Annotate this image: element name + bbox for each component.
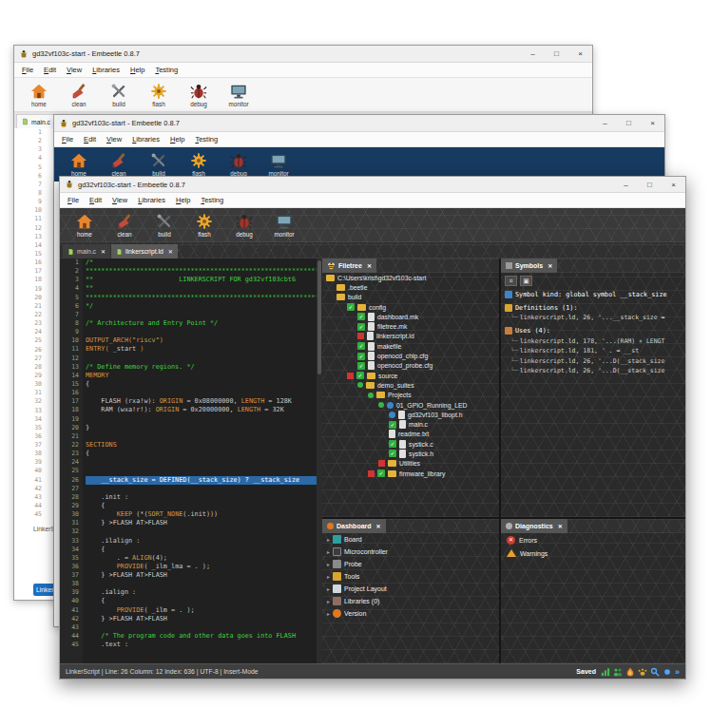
minimize-button[interactable]: – xyxy=(593,115,617,131)
menu-edit[interactable]: Edit xyxy=(84,135,96,144)
expand-chevrons-icon[interactable]: » xyxy=(675,667,680,677)
menu-help[interactable]: Help xyxy=(170,135,184,144)
tree-item[interactable]: readme.txt xyxy=(322,430,499,439)
tree-item[interactable]: ✓openocd_chip.cfg xyxy=(322,351,499,360)
paw-icon[interactable] xyxy=(638,667,647,677)
close-button[interactable]: × xyxy=(641,115,664,131)
menu-edit[interactable]: Edit xyxy=(89,196,102,204)
clean-button[interactable]: clean xyxy=(102,152,136,177)
build-button[interactable]: build xyxy=(147,213,182,238)
scrollbar-thumb[interactable] xyxy=(317,260,321,374)
users-icon[interactable] xyxy=(613,667,623,677)
dashboard-item-tools[interactable]: ▸Tools xyxy=(322,570,499,583)
info-icon[interactable] xyxy=(663,667,672,677)
close-panel-icon[interactable]: ✕ xyxy=(367,262,372,269)
tab-linkerscript.ld[interactable]: linkerscript.ld✕ xyxy=(111,244,178,259)
tree-item[interactable]: linkerscript.ld xyxy=(322,332,499,341)
home-button[interactable]: home xyxy=(62,152,96,177)
diagnostics-item-warning[interactable]: Warnings xyxy=(501,546,685,560)
tree-item[interactable]: ✓systick.c xyxy=(322,439,499,449)
menu-libraries[interactable]: Libraries xyxy=(92,66,120,74)
flash-button[interactable]: flash xyxy=(142,83,176,107)
home-button[interactable]: home xyxy=(22,83,56,107)
definition-item[interactable]: └─linkerscript.ld, 26, '...__stack_size … xyxy=(501,313,685,323)
titlebar-middle[interactable]: gd32vf103c-start - Embeetle 0.8.7 – □ × xyxy=(54,115,664,132)
dashboard-item-libraries[interactable]: ▸Libraries (0) xyxy=(322,595,499,607)
tree-item[interactable]: Projects xyxy=(322,391,499,400)
debug-button[interactable]: debug xyxy=(182,83,216,107)
tab-main.c[interactable]: main.c✕ xyxy=(63,244,110,259)
menu-view[interactable]: View xyxy=(112,196,127,204)
tree-item[interactable]: demo_suites xyxy=(322,380,499,390)
maximize-button[interactable]: □ xyxy=(545,46,568,62)
tree-item[interactable]: ✓firmware_library xyxy=(322,469,499,478)
titlebar-front[interactable]: gd32vf103c-start - Embeetle 0.8.7 – □ × xyxy=(60,177,685,193)
monitor-button[interactable]: monitor xyxy=(221,83,256,107)
flash-button[interactable]: flash xyxy=(187,213,221,238)
close-panel-icon[interactable]: ✕ xyxy=(558,523,563,529)
tab-diagnostics[interactable]: Diagnostics ✕ xyxy=(501,519,567,533)
home-button[interactable]: home xyxy=(67,213,102,238)
maximize-button[interactable]: □ xyxy=(617,115,641,131)
code-area[interactable]: /***************************************… xyxy=(83,259,317,663)
tree-item[interactable]: ✓main.c xyxy=(322,419,499,429)
tree-item[interactable]: Utilities xyxy=(322,459,499,469)
use-item[interactable]: └─linkerscript.ld, 26, '...D(__stack_siz… xyxy=(501,366,685,376)
flash-button[interactable]: flash xyxy=(182,152,216,177)
tree-item[interactable]: gd32vf103_libopt.h xyxy=(322,410,499,419)
tree-item[interactable]: ✓systick.h xyxy=(322,449,499,458)
monitor-button[interactable]: monitor xyxy=(261,152,296,177)
titlebar-back[interactable]: gd32vf103c-start - Embeetle 0.8.7 – □ × xyxy=(14,46,592,63)
tree-item[interactable]: ✓config xyxy=(322,302,499,312)
maximize-button[interactable]: □ xyxy=(638,177,662,192)
menu-testing[interactable]: Testing xyxy=(155,66,178,74)
tree-item[interactable]: ✓filetree.mk xyxy=(322,321,499,331)
tree-item[interactable]: C:\Users\krist\gd32vf103c-start xyxy=(322,273,499,282)
tab-symbols[interactable]: Symbols ✕ xyxy=(501,259,557,273)
debug-button[interactable]: debug xyxy=(227,213,261,238)
build-button[interactable]: build xyxy=(102,83,136,107)
debug-button[interactable]: debug xyxy=(221,152,256,177)
tree-item[interactable]: build xyxy=(322,293,499,302)
minimize-button[interactable]: – xyxy=(614,177,638,192)
clean-button[interactable]: clean xyxy=(107,213,142,238)
menu-file[interactable]: File xyxy=(67,196,79,204)
close-button[interactable]: × xyxy=(568,46,592,62)
menu-help[interactable]: Help xyxy=(130,66,144,74)
tab-dashboard[interactable]: Dashboard ✕ xyxy=(322,519,386,533)
tree-item[interactable]: ✓dashboard.mk xyxy=(322,312,499,321)
menu-view[interactable]: View xyxy=(106,135,122,144)
tree-item[interactable]: .beetle xyxy=(322,282,499,292)
use-item[interactable]: └─linkerscript.ld, 26, '...D(__stack_siz… xyxy=(501,356,685,367)
tree-item[interactable]: 01_GPIO_Running_LED xyxy=(322,400,499,410)
symbols-list-button[interactable]: ≡ xyxy=(505,276,517,286)
symbols-options-button[interactable]: ▣ xyxy=(520,276,532,286)
tree-item[interactable]: ✓openocd_probe.cfg xyxy=(322,361,499,371)
menu-file[interactable]: File xyxy=(62,135,73,144)
dashboard-item-board[interactable]: ▸Board xyxy=(322,533,499,546)
tab-close-button[interactable]: ✕ xyxy=(101,248,106,255)
flame-icon[interactable] xyxy=(625,667,635,677)
menu-libraries[interactable]: Libraries xyxy=(132,135,160,144)
chart-icon[interactable] xyxy=(601,667,610,677)
dashboard-item-layout[interactable]: ▸Project Layout xyxy=(322,583,499,595)
menu-testing[interactable]: Testing xyxy=(195,135,218,144)
menu-edit[interactable]: Edit xyxy=(44,66,56,74)
menu-file[interactable]: File xyxy=(22,66,33,74)
dashboard-item-probe[interactable]: ▸Probe xyxy=(322,558,499,570)
tree-item[interactable]: ✓makefile xyxy=(322,341,499,351)
use-item[interactable]: └─linkerscript.ld, 181, ' . = __st xyxy=(501,346,685,356)
tree-item[interactable]: ✓source xyxy=(322,371,499,380)
clean-button[interactable]: clean xyxy=(62,83,96,107)
close-button[interactable]: × xyxy=(662,177,685,192)
menu-view[interactable]: View xyxy=(67,66,82,74)
tab-filetree[interactable]: Filetree ✕ xyxy=(322,259,376,273)
minimize-button[interactable]: – xyxy=(521,46,545,62)
dashboard-item-mcu[interactable]: ▸Microcontroller xyxy=(322,546,499,558)
tab-close-button[interactable]: ✕ xyxy=(168,248,173,255)
use-item[interactable]: └─linkerscript.ld, 178, '...(RAM) + LENG… xyxy=(501,336,685,347)
diagnostics-item-error[interactable]: ✕Errors xyxy=(501,533,685,546)
dashboard-item-version[interactable]: ▸Version xyxy=(322,607,499,620)
monitor-button[interactable]: monitor xyxy=(267,213,301,238)
close-panel-icon[interactable]: ✕ xyxy=(548,262,552,269)
